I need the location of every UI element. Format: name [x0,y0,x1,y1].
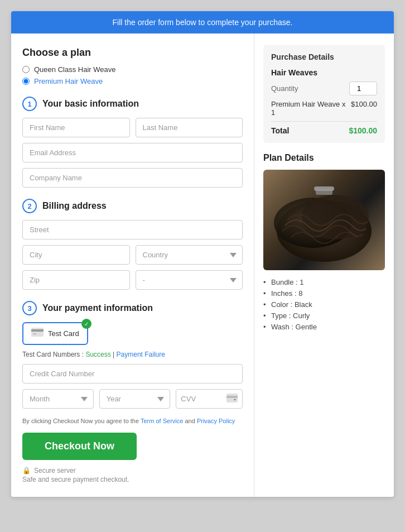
item-label: Premium Hair Weave x 1 [271,100,351,117]
cvv-icon [226,394,238,404]
bullet-bundle: Bundle : 1 [263,278,385,286]
radio-premium-label: Premium Hair Weave [34,77,103,85]
main-content: Choose a plan Queen Class Hair Weave Pre… [11,33,394,497]
radio-queen[interactable] [22,66,30,73]
section1-number: 1 [22,97,37,111]
svg-rect-5 [234,399,236,400]
radio-option-queen[interactable]: Queen Class Hair Weave [22,65,243,74]
section1-header: 1 Your basic information [22,97,243,111]
test-card-text: Test Card Numbers : [22,351,85,358]
section2-header: 2 Billing address [22,199,243,213]
terms-middle: and [185,418,196,424]
month-year-cvv-row: Month 01 02 03 Year 2024 2025 2026 [22,389,243,409]
success-link[interactable]: Success [85,351,110,358]
plan-details-title: Plan Details [263,153,385,163]
country-select[interactable]: Country United States United Kingdom [136,245,243,265]
bullet-type: Type : Curly [263,311,385,320]
product-category: Hair Weaves [271,68,377,77]
test-card-info: Test Card Numbers : Success | Payment Fa… [22,351,243,358]
item-price: $100.00 [351,100,377,117]
purchase-details-title: Purchase Details [271,52,377,61]
divider-line [271,121,377,122]
credit-card-input[interactable] [22,364,243,384]
zip-input[interactable] [22,270,130,290]
page-wrapper: Fill the order form below to complete yo… [11,11,394,497]
top-banner: Fill the order form below to complete yo… [11,11,394,33]
secure-server-label: Secure server [34,467,76,475]
state-select[interactable]: - [136,270,243,290]
card-check-icon: ✓ [81,319,91,329]
radio-queen-label: Queen Class Hair Weave [34,65,115,74]
svg-rect-1 [31,329,44,332]
first-name-input[interactable] [22,118,130,137]
cvv-field [176,389,243,409]
year-select[interactable]: Year 2024 2025 2026 [99,389,171,409]
total-value: $100.00 [349,126,377,135]
cvv-input[interactable] [181,395,214,403]
name-row [22,118,243,137]
company-row [22,168,243,188]
total-row: Total $100.00 [271,126,377,135]
choose-plan-title: Choose a plan [22,47,243,59]
privacy-link[interactable]: Privacy Policy [197,418,235,424]
city-country-row: Country United States United Kingdom [22,245,243,265]
banner-text: Fill the order form below to complete yo… [113,18,293,27]
tos-link[interactable]: Term of Service [141,418,183,424]
radio-premium[interactable] [22,78,30,85]
radio-option-premium[interactable]: Premium Hair Weave [22,77,243,85]
checkout-button[interactable]: Checkout Now [22,433,137,460]
failure-link[interactable]: Payment Failure [117,351,165,358]
safe-text: Safe and secure payment checkout. [22,476,243,483]
quantity-input[interactable] [349,82,377,95]
section1-title: Your basic information [42,99,139,109]
section3-header: 3 Your payment information [22,301,243,315]
left-panel: Choose a plan Queen Class Hair Weave Pre… [11,33,254,497]
svg-rect-2 [33,333,36,334]
lock-icon: 🔒 [22,467,31,475]
last-name-input[interactable] [136,118,243,137]
section2-number: 2 [22,199,37,213]
bullet-inches: Inches : 8 [263,289,385,298]
card-option-box[interactable]: Test Card ✓ [22,322,88,345]
svg-rect-10 [314,186,334,191]
bullet-color: Color : Black [263,300,385,309]
item-price-row: Premium Hair Weave x 1 $100.00 [271,100,377,117]
credit-card-row [22,364,243,384]
svg-rect-0 [31,328,44,337]
street-input[interactable] [22,220,243,239]
month-select[interactable]: Month 01 02 03 [22,389,94,409]
company-input[interactable] [22,168,243,188]
street-row [22,220,243,239]
right-panel: Purchase Details Hair Weaves Quantity Pr… [254,33,394,345]
email-row [22,143,243,162]
purchase-details-box: Purchase Details Hair Weaves Quantity Pr… [263,45,385,143]
product-image [263,170,385,270]
hair-svg [268,175,380,265]
card-option-label: Test Card [48,329,79,338]
section2-title: Billing address [42,201,107,211]
quantity-label: Quantity [271,84,298,93]
terms-prefix: By clicking Checkout Now you agree to th… [22,418,141,424]
plan-bullet-list: Bundle : 1 Inches : 8 Color : Black Type… [263,278,385,331]
section3-number: 3 [22,301,37,315]
plan-details-section: Plan Details [263,153,385,331]
secure-server-row: 🔒 Secure server [22,467,243,475]
credit-card-icon [31,328,44,339]
svg-rect-4 [226,396,238,398]
terms-text: By clicking Checkout Now you agree to th… [22,416,243,426]
quantity-row: Quantity [271,82,377,95]
bullet-wash: Wash : Gentle [263,323,385,331]
city-input[interactable] [22,245,130,265]
email-input[interactable] [22,143,243,162]
total-label: Total [271,126,289,135]
section3-title: Your payment information [42,303,153,313]
zip-state-row: - [22,270,243,290]
